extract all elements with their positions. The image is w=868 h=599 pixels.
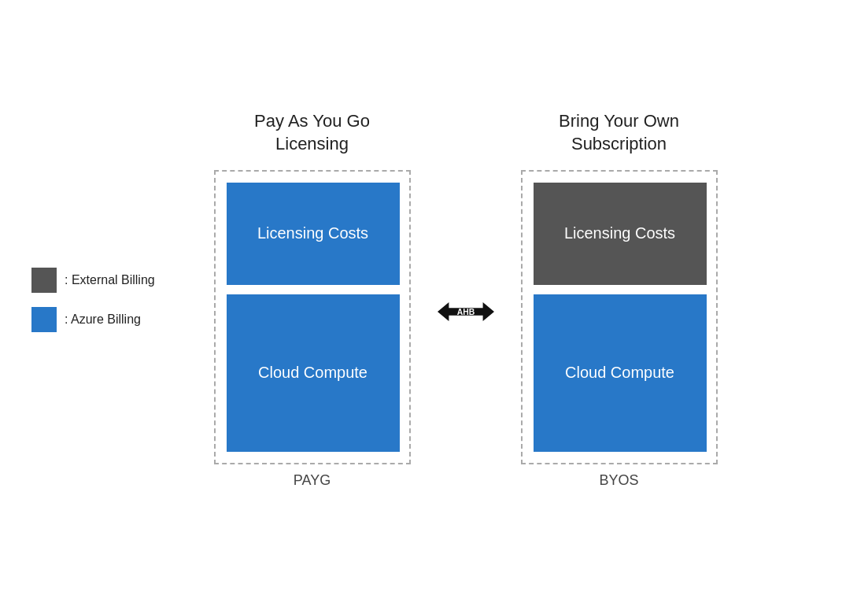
byos-title: Bring Your OwnSubscription (559, 110, 679, 155)
svg-text:AHB: AHB (456, 308, 475, 316)
payg-licensing-block: Licensing Costs (227, 183, 400, 285)
byos-column: Bring Your OwnSubscription Licensing Cos… (521, 110, 718, 488)
byos-label: BYOS (599, 472, 638, 489)
byos-licensing-block: Licensing Costs (534, 183, 707, 285)
legend-box-blue (31, 307, 57, 332)
legend-item-azure: : Azure Billing (31, 307, 155, 332)
ahb-arrow-svg: AHB (430, 296, 501, 327)
payg-label: PAYG (294, 472, 331, 489)
double-arrow: AHB (430, 296, 501, 327)
payg-title: Pay As You GoLicensing (254, 110, 370, 155)
legend-label-external: : External Billing (65, 273, 155, 287)
legend-label-azure: : Azure Billing (65, 312, 141, 327)
byos-dashed-box: Licensing Costs Cloud Compute (521, 170, 718, 464)
ahb-arrow: AHB (419, 296, 513, 327)
payg-compute-block: Cloud Compute (227, 294, 400, 452)
byos-compute-block: Cloud Compute (534, 294, 707, 452)
legend-item-external: : External Billing (31, 268, 155, 293)
diagram-container: : External Billing : Azure Billing Pay A… (0, 0, 868, 599)
legend: : External Billing : Azure Billing (31, 268, 155, 332)
payg-column: Pay As You GoLicensing Licensing Costs C… (214, 110, 411, 488)
columns-wrapper: Pay As You GoLicensing Licensing Costs C… (214, 110, 718, 488)
payg-dashed-box: Licensing Costs Cloud Compute (214, 170, 411, 464)
legend-box-dark (31, 268, 57, 293)
